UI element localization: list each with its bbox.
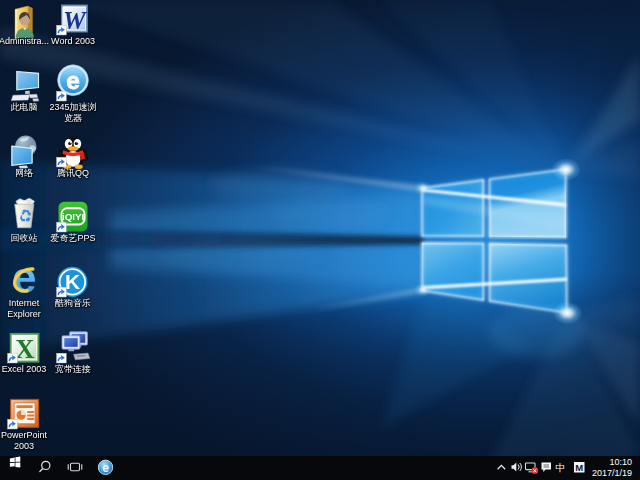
svg-text:iQIYI: iQIYI: [62, 211, 85, 222]
svg-text:W: W: [63, 6, 88, 35]
svg-text:e: e: [102, 461, 109, 475]
svg-text:X: X: [15, 334, 34, 364]
svg-text:K: K: [65, 270, 80, 293]
svg-text:e: e: [66, 67, 80, 94]
